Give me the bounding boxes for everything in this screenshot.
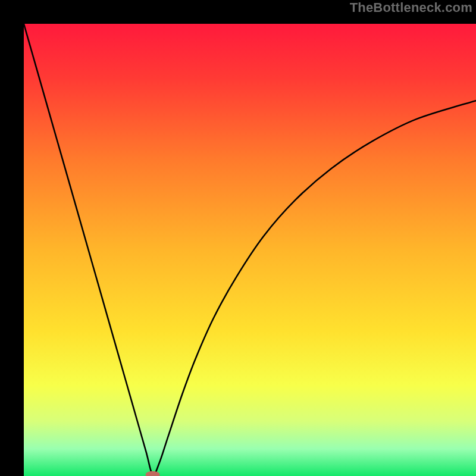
gradient-background [24, 24, 476, 476]
watermark-text: TheBottleneck.com [350, 0, 472, 15]
bottleneck-chart [24, 24, 476, 476]
chart-frame [12, 12, 464, 464]
